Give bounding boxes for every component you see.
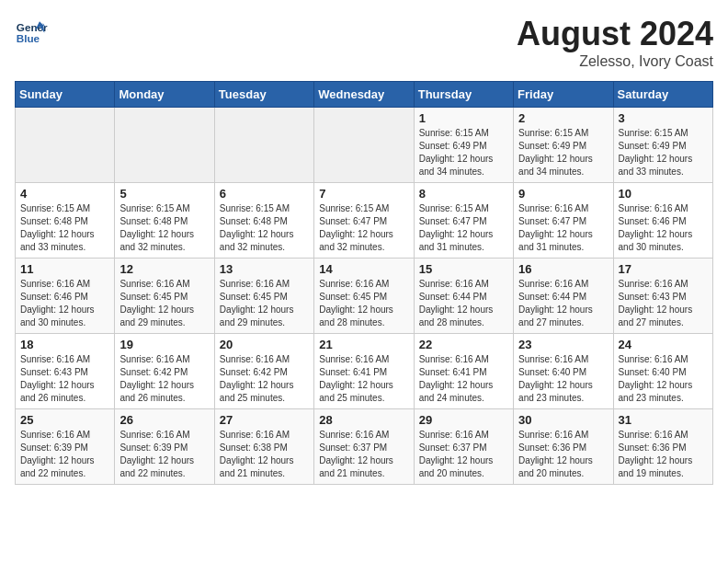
week-row-3: 11 Sunrise: 6:16 AMSunset: 6:46 PMDaylig… <box>16 259 713 334</box>
day-number: 26 <box>119 413 209 427</box>
title-block: August 2024 Zelesso, Ivory Coast <box>517 15 713 70</box>
day-number: 9 <box>518 187 608 201</box>
day-cell <box>115 108 214 183</box>
day-cell: 28 Sunrise: 6:16 AMSunset: 6:37 PMDaylig… <box>314 409 414 485</box>
day-info: Sunrise: 6:16 AMSunset: 6:45 PMDaylight:… <box>119 278 209 329</box>
day-info: Sunrise: 6:16 AMSunset: 6:44 PMDaylight:… <box>419 278 508 329</box>
day-info: Sunrise: 6:16 AMSunset: 6:41 PMDaylight:… <box>419 353 508 405</box>
header-saturday: Saturday <box>613 82 712 108</box>
day-info: Sunrise: 6:15 AMSunset: 6:47 PMDaylight:… <box>319 202 408 254</box>
day-number: 6 <box>220 187 309 201</box>
calendar-subtitle: Zelesso, Ivory Coast <box>517 53 713 70</box>
day-info: Sunrise: 6:16 AMSunset: 6:42 PMDaylight:… <box>119 353 209 405</box>
day-cell <box>314 108 414 183</box>
day-cell: 24 Sunrise: 6:16 AMSunset: 6:40 PMDaylig… <box>613 334 712 409</box>
header-monday: Monday <box>115 82 214 108</box>
day-number: 21 <box>319 338 408 351</box>
day-number: 31 <box>619 413 708 427</box>
day-number: 30 <box>518 413 608 427</box>
week-row-4: 18 Sunrise: 6:16 AMSunset: 6:43 PMDaylig… <box>16 334 713 409</box>
day-cell: 3 Sunrise: 6:15 AMSunset: 6:49 PMDayligh… <box>613 108 712 183</box>
day-cell: 14 Sunrise: 6:16 AMSunset: 6:45 PMDaylig… <box>314 259 414 334</box>
calendar-body: 1 Sunrise: 6:15 AMSunset: 6:49 PMDayligh… <box>16 108 713 485</box>
logo-icon: General Blue <box>15 15 48 48</box>
day-info: Sunrise: 6:16 AMSunset: 6:45 PMDaylight:… <box>220 278 309 329</box>
day-cell <box>214 108 313 183</box>
day-info: Sunrise: 6:16 AMSunset: 6:36 PMDaylight:… <box>619 429 708 480</box>
day-cell: 19 Sunrise: 6:16 AMSunset: 6:42 PMDaylig… <box>115 334 214 409</box>
day-info: Sunrise: 6:16 AMSunset: 6:47 PMDaylight:… <box>518 202 608 254</box>
day-info: Sunrise: 6:16 AMSunset: 6:42 PMDaylight:… <box>220 353 309 405</box>
day-info: Sunrise: 6:16 AMSunset: 6:38 PMDaylight:… <box>220 429 309 480</box>
day-number: 2 <box>518 111 608 125</box>
day-number: 8 <box>419 187 508 201</box>
day-number: 22 <box>419 338 508 351</box>
day-number: 25 <box>20 413 109 427</box>
day-cell: 9 Sunrise: 6:16 AMSunset: 6:47 PMDayligh… <box>514 183 613 259</box>
day-cell: 15 Sunrise: 6:16 AMSunset: 6:44 PMDaylig… <box>414 259 513 334</box>
day-cell: 11 Sunrise: 6:16 AMSunset: 6:46 PMDaylig… <box>16 259 115 334</box>
day-info: Sunrise: 6:16 AMSunset: 6:44 PMDaylight:… <box>518 278 608 329</box>
week-row-1: 1 Sunrise: 6:15 AMSunset: 6:49 PMDayligh… <box>16 108 713 183</box>
header-row: Sunday Monday Tuesday Wednesday Thursday… <box>16 82 713 108</box>
day-info: Sunrise: 6:16 AMSunset: 6:39 PMDaylight:… <box>20 429 109 480</box>
day-number: 11 <box>20 262 109 276</box>
day-number: 3 <box>619 111 708 125</box>
day-number: 7 <box>319 187 408 201</box>
day-cell: 16 Sunrise: 6:16 AMSunset: 6:44 PMDaylig… <box>514 259 613 334</box>
day-number: 13 <box>220 262 309 276</box>
day-cell: 25 Sunrise: 6:16 AMSunset: 6:39 PMDaylig… <box>16 409 115 485</box>
day-number: 1 <box>419 111 508 125</box>
calendar-header: Sunday Monday Tuesday Wednesday Thursday… <box>16 82 713 108</box>
day-cell: 2 Sunrise: 6:15 AMSunset: 6:49 PMDayligh… <box>514 108 613 183</box>
day-info: Sunrise: 6:16 AMSunset: 6:39 PMDaylight:… <box>119 429 209 480</box>
day-cell: 10 Sunrise: 6:16 AMSunset: 6:46 PMDaylig… <box>613 183 712 259</box>
day-number: 14 <box>319 262 408 276</box>
day-cell: 23 Sunrise: 6:16 AMSunset: 6:40 PMDaylig… <box>514 334 613 409</box>
day-number: 18 <box>20 338 109 351</box>
day-info: Sunrise: 6:16 AMSunset: 6:43 PMDaylight:… <box>20 353 109 405</box>
day-info: Sunrise: 6:16 AMSunset: 6:46 PMDaylight:… <box>619 202 708 254</box>
header-sunday: Sunday <box>16 82 115 108</box>
day-info: Sunrise: 6:15 AMSunset: 6:48 PMDaylight:… <box>20 202 109 254</box>
day-cell: 1 Sunrise: 6:15 AMSunset: 6:49 PMDayligh… <box>414 108 513 183</box>
day-number: 20 <box>220 338 309 351</box>
day-cell: 12 Sunrise: 6:16 AMSunset: 6:45 PMDaylig… <box>115 259 214 334</box>
day-number: 17 <box>619 262 708 276</box>
day-cell: 13 Sunrise: 6:16 AMSunset: 6:45 PMDaylig… <box>214 259 313 334</box>
day-info: Sunrise: 6:15 AMSunset: 6:49 PMDaylight:… <box>419 127 508 178</box>
day-cell: 20 Sunrise: 6:16 AMSunset: 6:42 PMDaylig… <box>214 334 313 409</box>
day-number: 19 <box>119 338 209 351</box>
day-number: 29 <box>419 413 508 427</box>
day-number: 27 <box>220 413 309 427</box>
day-number: 16 <box>518 262 608 276</box>
header-tuesday: Tuesday <box>214 82 313 108</box>
header-thursday: Thursday <box>414 82 513 108</box>
calendar-table: Sunday Monday Tuesday Wednesday Thursday… <box>15 81 713 485</box>
day-cell: 4 Sunrise: 6:15 AMSunset: 6:48 PMDayligh… <box>16 183 115 259</box>
day-info: Sunrise: 6:16 AMSunset: 6:37 PMDaylight:… <box>419 429 508 480</box>
day-info: Sunrise: 6:15 AMSunset: 6:48 PMDaylight:… <box>119 202 209 254</box>
day-cell: 26 Sunrise: 6:16 AMSunset: 6:39 PMDaylig… <box>115 409 214 485</box>
calendar-title: August 2024 <box>517 15 713 53</box>
day-number: 10 <box>619 187 708 201</box>
header-wednesday: Wednesday <box>314 82 414 108</box>
day-number: 28 <box>319 413 408 427</box>
day-cell <box>16 108 115 183</box>
day-info: Sunrise: 6:16 AMSunset: 6:46 PMDaylight:… <box>20 278 109 329</box>
day-info: Sunrise: 6:16 AMSunset: 6:40 PMDaylight:… <box>619 353 708 405</box>
week-row-5: 25 Sunrise: 6:16 AMSunset: 6:39 PMDaylig… <box>16 409 713 485</box>
day-cell: 7 Sunrise: 6:15 AMSunset: 6:47 PMDayligh… <box>314 183 414 259</box>
day-info: Sunrise: 6:15 AMSunset: 6:49 PMDaylight:… <box>518 127 608 178</box>
day-cell: 5 Sunrise: 6:15 AMSunset: 6:48 PMDayligh… <box>115 183 214 259</box>
day-number: 23 <box>518 338 608 351</box>
day-cell: 30 Sunrise: 6:16 AMSunset: 6:36 PMDaylig… <box>514 409 613 485</box>
day-info: Sunrise: 6:15 AMSunset: 6:49 PMDaylight:… <box>619 127 708 178</box>
day-info: Sunrise: 6:15 AMSunset: 6:48 PMDaylight:… <box>220 202 309 254</box>
day-cell: 31 Sunrise: 6:16 AMSunset: 6:36 PMDaylig… <box>613 409 712 485</box>
week-row-2: 4 Sunrise: 6:15 AMSunset: 6:48 PMDayligh… <box>16 183 713 259</box>
day-info: Sunrise: 6:16 AMSunset: 6:43 PMDaylight:… <box>619 278 708 329</box>
day-cell: 8 Sunrise: 6:15 AMSunset: 6:47 PMDayligh… <box>414 183 513 259</box>
day-number: 4 <box>20 187 109 201</box>
day-number: 12 <box>119 262 209 276</box>
